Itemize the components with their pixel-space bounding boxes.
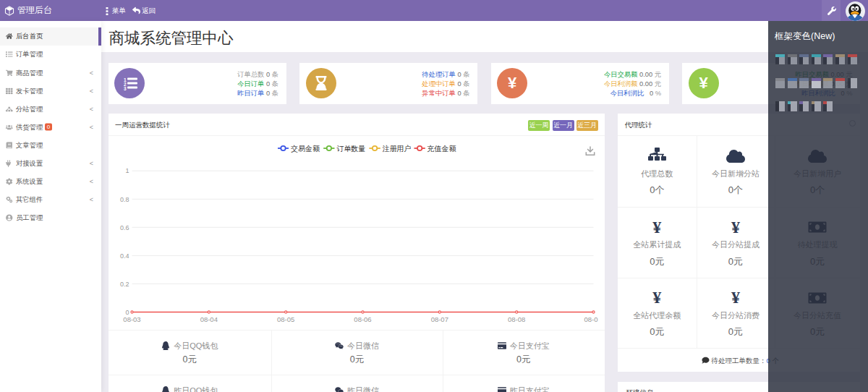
svg-text:08-08: 08-08 (508, 315, 525, 323)
svg-text:3: 3 (124, 85, 127, 90)
svg-text:交易金额: 交易金额 (291, 144, 320, 152)
svg-text:0.6: 0.6 (119, 223, 129, 231)
svg-text:0.2: 0.2 (119, 280, 129, 287)
svg-text:08-0: 08-0 (584, 315, 597, 323)
svg-text:08-03: 08-03 (123, 315, 140, 323)
svg-text:充值金额: 充值金额 (427, 144, 456, 152)
svg-text:08-07: 08-07 (430, 315, 448, 323)
svg-text:1: 1 (125, 167, 129, 174)
svg-text:08-05: 08-05 (277, 315, 294, 323)
svg-text:0.4: 0.4 (119, 252, 129, 259)
svg-text:注册用户: 注册用户 (382, 144, 411, 152)
svg-text:08-06: 08-06 (354, 315, 371, 323)
svg-text:订单数量: 订单数量 (336, 144, 365, 152)
svg-text:08-04: 08-04 (200, 315, 217, 323)
svg-text:0.8: 0.8 (119, 195, 129, 203)
